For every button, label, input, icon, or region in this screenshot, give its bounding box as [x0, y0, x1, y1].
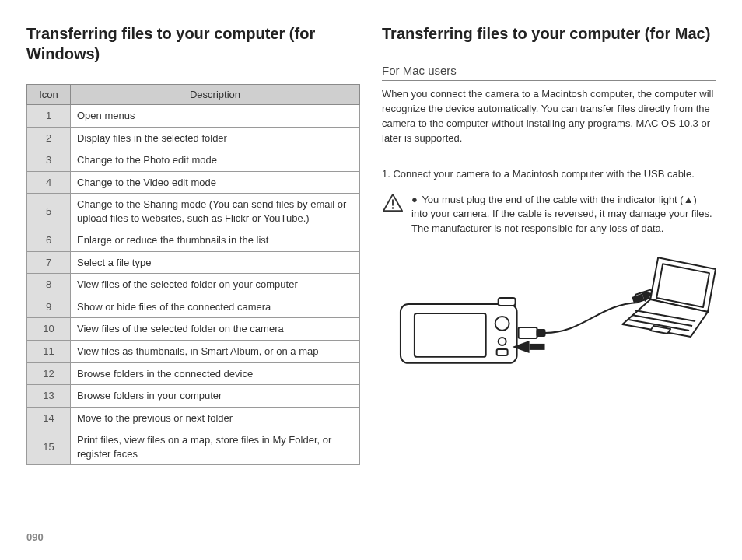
svg-point-2: [392, 207, 394, 209]
table-row: 1Open menus: [27, 105, 360, 128]
subheading-mac-users: For Mac users: [382, 64, 716, 81]
row-icon: 11: [27, 341, 71, 363]
warning-text: ● You must plug the end of the cable wit…: [411, 193, 716, 236]
heading-windows: Transferring files to your computer (for…: [26, 23, 360, 64]
svg-rect-10: [537, 330, 545, 336]
row-desc: Change to the Photo edit mode: [71, 149, 360, 172]
page-number: 090: [26, 531, 44, 543]
icon-description-table: Icon Description 1Open menus 2Display fi…: [26, 84, 360, 465]
row-desc: Enlarge or reduce the thumbnails in the …: [71, 229, 360, 252]
table-row: 6Enlarge or reduce the thumbnails in the…: [27, 229, 360, 252]
warning-icon: [382, 193, 404, 213]
table-row: 8View files of the selected folder on yo…: [27, 274, 360, 296]
intro-paragraph: When you connect the camera to a Macinto…: [382, 87, 716, 145]
svg-point-6: [499, 338, 506, 345]
warning-note: ● You must plug the end of the cable wit…: [382, 193, 716, 236]
row-desc: Change to the Sharing mode (You can send…: [71, 194, 360, 229]
row-icon: 3: [27, 149, 71, 172]
heading-mac: Transferring files to your computer (for…: [382, 23, 716, 44]
row-icon: 4: [27, 171, 71, 194]
row-desc: Print files, view files on a map, store …: [71, 429, 360, 465]
row-icon: 14: [27, 407, 71, 429]
table-row: 4Change to the Video edit mode: [27, 171, 360, 194]
table-row: 10View files of the selected folder on t…: [27, 318, 360, 341]
row-desc: View files of the selected folder on the…: [71, 318, 360, 341]
table-row: 9Show or hide files of the connected cam…: [27, 296, 360, 318]
table-row: 11View files as thumbnails, in Smart Alb…: [27, 341, 360, 363]
svg-rect-4: [415, 313, 486, 357]
table-row: 14Move to the previous or next folder: [27, 407, 360, 429]
row-icon: 15: [27, 429, 71, 465]
svg-rect-7: [497, 349, 508, 355]
step-1: 1. Connect your camera to a Macintosh co…: [382, 167, 716, 182]
svg-rect-15: [632, 293, 644, 303]
table-row: 3Change to the Photo edit mode: [27, 149, 360, 172]
svg-rect-8: [499, 298, 516, 306]
table-row: 15Print files, view files on a map, stor…: [27, 429, 360, 465]
row-desc: View files as thumbnails, in Smart Album…: [71, 341, 360, 363]
row-desc: View files of the selected folder on you…: [71, 274, 360, 296]
row-desc: Open menus: [71, 105, 360, 128]
th-description: Description: [71, 85, 360, 105]
th-icon: Icon: [27, 85, 71, 105]
row-desc: Move to the previous or next folder: [71, 407, 360, 429]
row-desc: Show or hide files of the connected came…: [71, 296, 360, 318]
row-desc: Display files in the selected folder: [71, 127, 360, 149]
row-icon: 13: [27, 385, 71, 408]
row-icon: 6: [27, 229, 71, 252]
row-icon: 7: [27, 251, 71, 274]
row-icon: 5: [27, 194, 71, 229]
svg-rect-12: [530, 344, 545, 350]
warning-body: You must plug the end of the cable with …: [411, 194, 712, 233]
row-desc: Change to the Video edit mode: [71, 171, 360, 194]
row-icon: 2: [27, 127, 71, 149]
right-column: Transferring files to your computer (for…: [382, 23, 716, 544]
table-row: 5Change to the Sharing mode (You can sen…: [27, 194, 360, 229]
row-desc: Browse folders in your computer: [71, 385, 360, 408]
connection-diagram: [382, 250, 716, 382]
row-desc: Browse folders in the connected device: [71, 362, 360, 385]
left-column: Transferring files to your computer (for…: [26, 23, 360, 544]
table-row: 7Select a file type: [27, 251, 360, 274]
svg-point-5: [495, 317, 509, 331]
row-icon: 1: [27, 105, 71, 128]
row-icon: 9: [27, 296, 71, 318]
row-icon: 8: [27, 274, 71, 296]
row-icon: 12: [27, 362, 71, 385]
table-row: 13Browse folders in your computer: [27, 385, 360, 408]
row-desc: Select a file type: [71, 251, 360, 274]
table-row: 12Browse folders in the connected device: [27, 362, 360, 385]
table-row: 2Display files in the selected folder: [27, 127, 360, 149]
row-icon: 10: [27, 318, 71, 341]
svg-rect-9: [519, 327, 537, 338]
